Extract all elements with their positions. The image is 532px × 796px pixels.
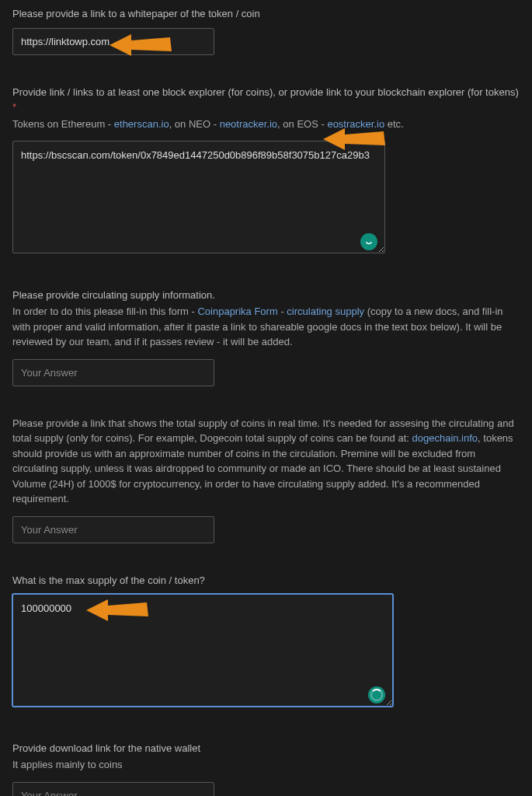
hint-explorer: Tokens on Ethereum - etherscan.io, on NE…	[12, 117, 520, 132]
field-explorer: Provide link / links to at least one blo…	[12, 85, 520, 258]
required-mark: *	[12, 101, 16, 113]
label-whitepaper: Please provide a link to a whitepaper of…	[12, 6, 520, 22]
label-circulating: Please provide circulating supply inform…	[12, 288, 520, 303]
field-total-supply: Please provide a link that shows the tot…	[12, 416, 520, 543]
label-explorer: Provide link / links to at least one blo…	[12, 85, 520, 115]
link-dogechain[interactable]: dogechain.info	[412, 432, 478, 444]
label-max-supply: What is the max supply of the coin / tok…	[12, 573, 520, 588]
field-max-supply: What is the max supply of the coin / tok…	[12, 573, 520, 711]
label-wallet: Provide download link for the native wal…	[12, 741, 520, 756]
field-wallet: Provide download link for the native wal…	[12, 741, 520, 797]
textarea-explorer[interactable]	[12, 141, 385, 253]
field-whitepaper: Please provide a link to a whitepaper of…	[12, 6, 520, 55]
hint-circulating: In order to do this please fill-in this …	[12, 304, 520, 350]
label-total-supply: Please provide a link that shows the tot…	[12, 416, 520, 507]
link-eostracker[interactable]: eostracker.io	[327, 118, 384, 130]
input-total-supply[interactable]	[12, 516, 214, 543]
link-etherscan[interactable]: etherscan.io	[114, 118, 169, 130]
hint-wallet: It applies mainly to coins	[12, 757, 520, 773]
field-circulating: Please provide circulating supply inform…	[12, 288, 520, 386]
input-wallet[interactable]	[12, 782, 214, 797]
link-neotracker[interactable]: neotracker.io	[220, 118, 277, 130]
link-coinpaprika-form[interactable]: Coinpaprika Form	[197, 305, 277, 317]
input-circulating[interactable]	[12, 359, 214, 386]
input-whitepaper[interactable]	[12, 28, 214, 55]
textarea-max-supply[interactable]	[12, 594, 393, 707]
link-circulating-supply[interactable]: circulating supply	[287, 305, 364, 317]
